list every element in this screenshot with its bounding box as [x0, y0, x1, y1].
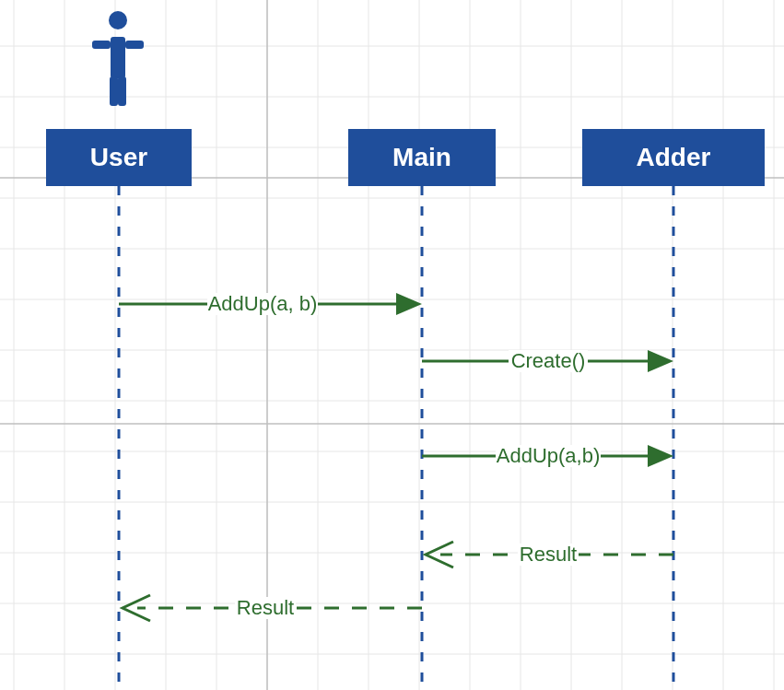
participant-adder-label: Adder: [637, 143, 711, 171]
svg-marker-48: [648, 445, 673, 467]
message-addup-main-adder: AddUp(a,b): [422, 444, 673, 467]
participant-user: User: [46, 129, 192, 186]
message-label: AddUp(a,b): [497, 444, 601, 467]
participant-main-label: Main: [392, 143, 451, 171]
actor-icon: [92, 11, 144, 106]
message-result-adder-main: Result: [426, 542, 673, 567]
message-result-main-user: Result: [123, 595, 422, 621]
svg-rect-33: [111, 37, 125, 78]
svg-marker-45: [648, 350, 673, 372]
svg-point-32: [109, 11, 127, 29]
message-create-main-adder: Create(): [422, 349, 673, 372]
svg-rect-35: [125, 41, 144, 49]
message-label: Result: [237, 596, 294, 619]
participant-adder: Adder: [582, 129, 765, 186]
sequence-diagram: User Main Adder AddUp(a, b) Create() Add…: [0, 0, 784, 690]
svg-rect-37: [118, 76, 126, 106]
message-addup-user-main: AddUp(a, b): [119, 292, 422, 315]
svg-rect-34: [92, 41, 111, 49]
svg-rect-36: [110, 76, 118, 106]
message-label: Result: [520, 543, 577, 566]
svg-marker-42: [396, 293, 422, 315]
message-label: AddUp(a, b): [208, 292, 318, 315]
message-label: Create(): [511, 349, 586, 372]
participant-main: Main: [348, 129, 496, 186]
participant-user-label: User: [90, 143, 147, 171]
